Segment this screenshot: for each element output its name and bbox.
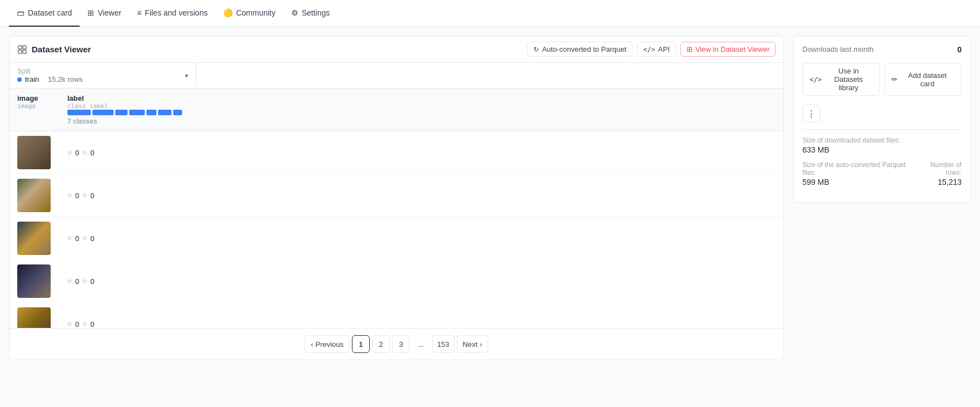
page-2-button[interactable]: 2 xyxy=(372,335,390,353)
more-options-button[interactable]: ⋮ xyxy=(802,105,820,122)
table-row: 0 0 xyxy=(9,131,783,174)
bar-5 xyxy=(146,110,156,115)
svg-rect-1 xyxy=(23,46,26,49)
thumbnail-1 xyxy=(17,136,51,169)
split-info: Split train · 15.2k rows xyxy=(17,67,83,84)
main-layout: Dataset Viewer ↻ Auto-converted to Parqu… xyxy=(0,27,980,369)
label-dot-4a xyxy=(67,279,72,283)
label-dot-2a xyxy=(67,193,72,198)
label-dot-5b xyxy=(82,322,87,326)
label-dot-5a xyxy=(67,322,72,326)
community-icon: 🟡 xyxy=(223,8,233,17)
image-cell-4 xyxy=(9,260,60,303)
add-dataset-card-button[interactable]: ✏ Add dataset card xyxy=(884,63,962,96)
svg-rect-3 xyxy=(23,50,26,53)
view-in-dataset-button[interactable]: ⊞ View in Dataset Viewer xyxy=(680,42,776,57)
auto-converted-button[interactable]: ↻ Auto-converted to Parquet xyxy=(527,42,633,57)
split-selector[interactable]: Split train · 15.2k rows ▾ xyxy=(9,63,197,88)
label-cell-1: 0 0 xyxy=(60,131,783,174)
viewer-card-header: Dataset Viewer ↻ Auto-converted to Parqu… xyxy=(9,36,783,63)
bar-3 xyxy=(115,110,128,115)
label-dot-1b xyxy=(82,150,87,155)
dataset-viewer-icon: ⊞ xyxy=(687,45,693,53)
next-button[interactable]: Next › xyxy=(457,335,488,353)
page-153-button[interactable]: 153 xyxy=(432,335,454,353)
label-dot-2b xyxy=(82,193,87,198)
svg-rect-0 xyxy=(18,46,22,49)
tab-settings[interactable]: ⚙ Settings xyxy=(283,0,338,27)
previous-button[interactable]: ‹ Previous xyxy=(305,335,350,353)
data-table: image image label class label xyxy=(9,89,783,328)
label-cell-5: 0 0 xyxy=(60,303,783,328)
bar-6 xyxy=(158,110,171,115)
thumbnail-2 xyxy=(17,179,51,212)
label-bars xyxy=(67,110,776,115)
grid-icon xyxy=(17,45,27,55)
header-actions: ↻ Auto-converted to Parquet </> API ⊞ Vi… xyxy=(527,42,776,57)
tab-files-versions[interactable]: ≡ Files and versions xyxy=(129,0,215,27)
code-brackets-icon: </> xyxy=(810,76,822,84)
bar-7 xyxy=(173,110,182,115)
stats-header: Downloads last month 0 xyxy=(802,45,962,54)
bar-1 xyxy=(67,110,91,115)
image-cell-1 xyxy=(9,131,60,174)
ellipsis: ... xyxy=(412,335,430,353)
svg-rect-2 xyxy=(18,50,22,53)
table-row: 0 0 xyxy=(9,260,783,303)
parquet-rows-stat: Size of the auto-converted Parquet files… xyxy=(802,161,962,193)
image-cell-2 xyxy=(9,174,60,217)
top-navigation: 🗃 Dataset card ⊞ Viewer ≡ Files and vers… xyxy=(0,0,980,27)
table-container: image image label class label xyxy=(9,89,783,328)
label-values-5: 0 0 xyxy=(67,320,776,328)
label-cell-2: 0 0 xyxy=(60,174,783,217)
stats-card: Downloads last month 0 </> Use in Datase… xyxy=(793,36,971,203)
thumbnail-4 xyxy=(17,264,51,298)
pagination: ‹ Previous 1 2 3 ... 153 xyxy=(9,328,783,360)
col-header-image: image image xyxy=(9,89,60,131)
size-parquet-stat: Size of the auto-converted Parquet files… xyxy=(802,161,915,187)
chevron-left-icon: ‹ xyxy=(311,340,313,349)
settings-icon: ⚙ xyxy=(291,8,298,17)
api-button[interactable]: </> API xyxy=(637,42,676,57)
dataset-card-icon: 🗃 xyxy=(17,8,24,17)
table-row: 0 0 xyxy=(9,174,783,217)
label-values-3: 0 0 xyxy=(67,234,776,243)
tab-viewer[interactable]: ⊞ Viewer xyxy=(80,0,129,27)
use-in-datasets-button[interactable]: </> Use in Datasets library xyxy=(802,63,880,96)
code-icon: </> xyxy=(643,46,655,53)
viewer-icon: ⊞ xyxy=(87,8,94,17)
page-1-button[interactable]: 1 xyxy=(352,335,370,353)
divider xyxy=(802,129,962,130)
image-cell-3 xyxy=(9,217,60,260)
tab-community[interactable]: 🟡 Community xyxy=(215,0,283,27)
chevron-down-icon: ▾ xyxy=(185,72,188,80)
chevron-right-icon: › xyxy=(480,340,482,349)
stats-actions: </> Use in Datasets library ✏ Add datase… xyxy=(802,63,962,96)
bar-4 xyxy=(129,110,145,115)
tab-dataset-card[interactable]: 🗃 Dataset card xyxy=(9,0,80,27)
label-dot-3a xyxy=(67,236,72,241)
label-values-1: 0 0 xyxy=(67,149,776,157)
num-rows-stat: Number of rows: 15,213 xyxy=(915,161,962,187)
col-header-label: label class label xyxy=(60,89,783,131)
page-3-button[interactable]: 3 xyxy=(392,335,410,353)
label-dot-3b xyxy=(82,236,87,241)
files-icon: ≡ xyxy=(137,8,141,17)
viewer-card-title: Dataset Viewer xyxy=(17,45,91,55)
label-values-2: 0 0 xyxy=(67,192,776,200)
edit-icon: ✏ xyxy=(891,75,898,84)
image-cell-5 xyxy=(9,303,60,328)
thumbnail-3 xyxy=(17,222,51,255)
table-row: 0 0 xyxy=(9,217,783,260)
label-cell-3: 0 0 xyxy=(60,217,783,260)
label-cell-4: 0 0 xyxy=(60,260,783,303)
dataset-viewer-card: Dataset Viewer ↻ Auto-converted to Parqu… xyxy=(9,36,784,360)
table-row: 0 0 xyxy=(9,303,783,328)
thumbnail-5 xyxy=(17,307,51,328)
split-row: Split train · 15.2k rows ▾ xyxy=(9,63,783,89)
refresh-icon: ↻ xyxy=(533,46,539,53)
table-scroll[interactable]: image image label class label xyxy=(9,89,783,328)
label-dot-4b xyxy=(82,279,87,283)
label-values-4: 0 0 xyxy=(67,277,776,286)
more-dots-icon: ⋮ xyxy=(807,109,816,119)
